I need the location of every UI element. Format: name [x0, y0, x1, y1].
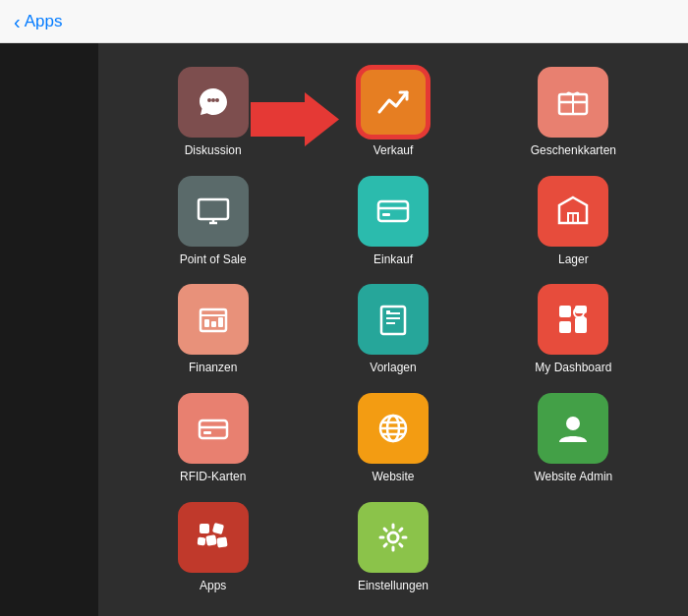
app-label-point-of-sale: Point of Sale — [180, 252, 247, 266]
app-item-rfid-karten[interactable]: RFID-Karten — [178, 393, 249, 483]
app-label-finanzen: Finanzen — [189, 361, 237, 374]
app-icon-website-admin — [538, 393, 608, 464]
back-label: Apps — [25, 12, 63, 31]
app-icon-einkauf — [358, 176, 429, 247]
main-area: Diskussion Verkauf Geschenkkarten Point … — [0, 43, 688, 616]
app-item-geschenkkarten[interactable]: Geschenkkarten — [531, 67, 616, 157]
app-item-point-of-sale[interactable]: Point of Sale — [178, 176, 249, 266]
app-icon-rfid-karten — [178, 393, 249, 464]
svg-point-36 — [566, 417, 580, 430]
app-item-website[interactable]: Website — [358, 393, 429, 483]
app-icon-finanzen — [178, 284, 249, 355]
app-header: ‹ Apps — [0, 0, 688, 43]
app-item-vorlagen[interactable]: Vorlagen — [358, 284, 429, 374]
app-label-einstellungen: Einstellungen — [358, 579, 429, 592]
svg-rect-16 — [218, 317, 223, 327]
svg-rect-39 — [205, 534, 217, 546]
app-label-website-admin: Website Admin — [534, 470, 612, 483]
app-icon-vorlagen — [358, 284, 429, 355]
svg-rect-22 — [559, 306, 571, 317]
chevron-left-icon: ‹ — [14, 12, 21, 31]
svg-rect-21 — [386, 310, 390, 314]
app-item-apps[interactable]: Apps — [178, 502, 249, 592]
svg-rect-23 — [575, 306, 587, 313]
svg-rect-40 — [197, 536, 205, 545]
svg-rect-15 — [211, 321, 216, 327]
app-icon-apps — [178, 502, 249, 573]
app-label-apps: Apps — [200, 579, 226, 592]
app-icon-website — [358, 393, 429, 464]
app-label-geschenkkarten: Geschenkkarten — [531, 143, 616, 157]
app-item-website-admin[interactable]: Website Admin — [534, 393, 612, 483]
svg-rect-24 — [559, 321, 571, 333]
app-item-lager[interactable]: Lager — [538, 176, 608, 266]
app-label-my-dashboard: My Dashboard — [535, 361, 611, 374]
app-icon-geschenkkarten — [538, 67, 608, 138]
sidebar — [0, 43, 98, 616]
back-button[interactable]: ‹ Apps — [14, 12, 62, 31]
svg-point-42 — [388, 532, 398, 542]
app-icon-lager — [538, 176, 608, 247]
svg-rect-38 — [212, 523, 224, 534]
svg-rect-6 — [378, 201, 408, 221]
svg-marker-43 — [251, 92, 339, 146]
svg-rect-37 — [200, 524, 209, 533]
arrow-indicator — [251, 92, 339, 150]
app-item-my-dashboard[interactable]: My Dashboard — [535, 284, 611, 374]
svg-rect-41 — [216, 536, 227, 547]
app-item-einkauf[interactable]: Einkauf — [358, 176, 429, 266]
svg-rect-8 — [382, 213, 390, 216]
app-label-diskussion: Diskussion — [185, 143, 242, 157]
svg-rect-14 — [204, 319, 209, 327]
app-icon-point-of-sale — [178, 176, 249, 247]
app-item-verkauf[interactable]: Verkauf — [358, 67, 429, 157]
svg-rect-25 — [575, 317, 587, 333]
app-label-lager: Lager — [558, 252, 589, 266]
app-label-website: Website — [372, 470, 414, 483]
content-area: Diskussion Verkauf Geschenkkarten Point … — [98, 43, 688, 616]
apps-grid: Diskussion Verkauf Geschenkkarten Point … — [98, 43, 688, 616]
svg-rect-28 — [200, 420, 227, 438]
app-label-rfid-karten: RFID-Karten — [180, 470, 246, 483]
app-item-finanzen[interactable]: Finanzen — [178, 284, 249, 374]
svg-rect-30 — [203, 431, 211, 434]
app-icon-my-dashboard — [538, 284, 608, 355]
app-icon-diskussion — [178, 67, 249, 138]
app-label-verkauf: Verkauf — [373, 143, 414, 157]
svg-rect-17 — [381, 307, 405, 334]
app-item-einstellungen[interactable]: Einstellungen — [358, 502, 429, 592]
svg-rect-3 — [199, 199, 228, 219]
app-item-diskussion[interactable]: Diskussion — [178, 67, 249, 157]
app-icon-einstellungen — [358, 502, 429, 573]
app-label-einkauf: Einkauf — [373, 252, 413, 266]
app-icon-verkauf — [358, 67, 429, 138]
app-label-vorlagen: Vorlagen — [370, 361, 416, 374]
